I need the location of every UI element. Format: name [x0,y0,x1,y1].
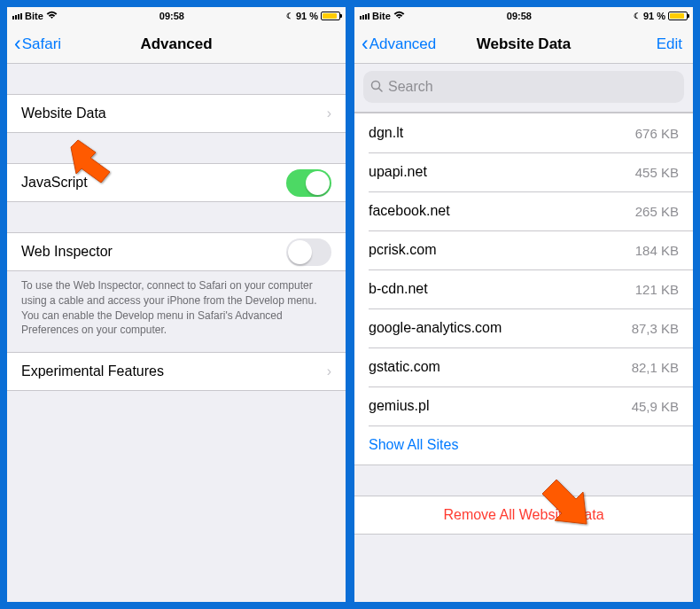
signal-icon [12,13,22,20]
site-size: 45,9 KB [632,399,679,414]
battery-percent: 91 % [643,11,665,21]
back-button[interactable]: ‹ Advanced [362,34,436,54]
search-input[interactable]: Search [363,71,684,103]
phone-left: Bite 09:58 ☾ 91 % ‹ Safari Advanced Webs… [7,7,346,602]
site-list: dgn.lt 676 KB upapi.net 455 KB facebook.… [354,113,693,465]
site-size: 676 KB [635,126,679,141]
status-time: 09:58 [507,11,532,21]
list-item[interactable]: facebook.net 265 KB [354,191,693,230]
list-item[interactable]: dgn.lt 676 KB [354,113,693,152]
signal-icon [360,13,369,20]
phone-right: Bite 09:58 ☾ 91 % ‹ Advanced Website Dat… [354,7,693,602]
battery-icon [321,12,340,20]
javascript-row[interactable]: JavaScript [7,163,346,202]
remove-all-button[interactable]: Remove All Website Data [354,496,693,535]
site-domain: gemius.pl [369,398,429,414]
page-title: Advanced [140,35,212,53]
carrier-label: Bite [25,11,43,21]
site-size: 455 KB [635,165,679,180]
page-title: Website Data [477,35,571,53]
site-domain: facebook.net [369,203,450,219]
battery-icon [668,12,688,20]
wifi-icon [46,11,58,21]
list-item[interactable]: google-analytics.com 87,3 KB [354,308,693,347]
list-item[interactable]: upapi.net 455 KB [354,152,693,191]
dnd-icon: ☾ [634,12,641,20]
javascript-toggle[interactable] [286,169,331,197]
status-bar: Bite 09:58 ☾ 91 % [7,7,346,25]
row-label: Web Inspector [21,244,113,260]
search-placeholder: Search [388,79,433,95]
site-domain: upapi.net [369,164,427,180]
wifi-icon [393,11,405,21]
site-domain: b-cdn.net [369,281,428,297]
status-time: 09:58 [159,11,184,21]
edit-button[interactable]: Edit [657,35,682,53]
back-button[interactable]: ‹ Safari [14,34,61,54]
experimental-features-row[interactable]: Experimental Features › [7,352,346,391]
show-all-sites-button[interactable]: Show All Sites [354,426,693,465]
web-inspector-toggle[interactable] [286,238,331,266]
search-icon [370,80,383,95]
search-container: Search [354,64,693,113]
back-label: Safari [22,35,61,53]
nav-bar: ‹ Advanced Website Data Edit [354,25,693,64]
list-item[interactable]: gemius.pl 45,9 KB [354,386,693,426]
remove-all-label: Remove All Website Data [443,507,603,523]
site-size: 184 KB [635,243,679,258]
site-size: 82,1 KB [632,360,679,375]
nav-bar: ‹ Safari Advanced [7,25,346,64]
site-domain: gstatic.com [369,359,440,375]
web-inspector-row[interactable]: Web Inspector [7,232,346,271]
chevron-left-icon: ‹ [362,34,369,54]
site-domain: google-analytics.com [369,320,502,336]
list-item[interactable]: b-cdn.net 121 KB [354,269,693,308]
carrier-label: Bite [372,11,391,21]
dnd-icon: ☾ [286,12,293,20]
back-label: Advanced [369,35,437,53]
status-bar: Bite 09:58 ☾ 91 % [354,7,693,25]
row-label: Experimental Features [21,363,164,379]
chevron-left-icon: ‹ [14,34,21,54]
list-item[interactable]: gstatic.com 82,1 KB [354,347,693,386]
chevron-right-icon: › [327,363,331,379]
row-label: JavaScript [21,175,88,191]
battery-percent: 91 % [296,11,318,21]
show-all-label: Show All Sites [369,437,458,453]
site-domain: dgn.lt [369,125,403,141]
site-size: 265 KB [635,204,679,219]
row-label: Website Data [21,105,106,121]
svg-line-2 [379,88,383,91]
site-domain: pcrisk.com [369,242,436,258]
site-size: 121 KB [635,282,679,297]
website-data-row[interactable]: Website Data › [7,94,346,133]
site-size: 87,3 KB [632,321,679,336]
list-item[interactable]: pcrisk.com 184 KB [354,230,693,269]
chevron-right-icon: › [327,105,331,121]
web-inspector-footer: To use the Web Inspector, connect to Saf… [7,271,346,352]
